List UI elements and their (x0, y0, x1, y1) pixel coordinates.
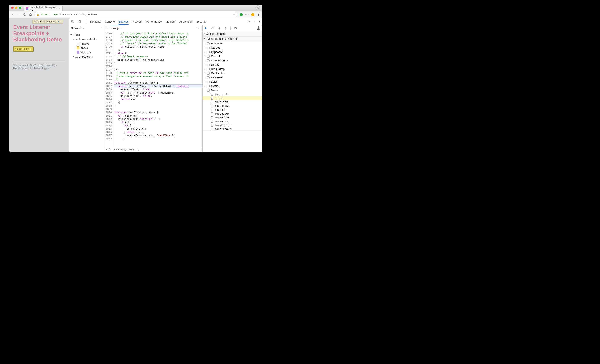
tab-performance[interactable]: Performance (146, 20, 162, 23)
pretty-print-icon[interactable]: { } (106, 148, 111, 151)
breakpoint-category[interactable]: Clipboard (203, 50, 262, 54)
expand-icon[interactable] (205, 55, 206, 57)
event-checkbox[interactable] (211, 105, 213, 107)
breakpoint-category[interactable]: Geolocation (203, 71, 262, 75)
device-toolbar-icon[interactable] (78, 20, 82, 23)
global-listeners-section[interactable]: Global Listeners (203, 31, 262, 36)
breakpoint-category[interactable]: Media (203, 84, 262, 88)
breakpoint-event[interactable]: mousedown (203, 104, 262, 108)
event-checkbox[interactable] (211, 116, 213, 119)
breakpoint-event[interactable]: mouseover (203, 112, 262, 116)
tab-console[interactable]: Console (105, 20, 115, 23)
expand-icon[interactable] (205, 64, 206, 65)
pause-exceptions-button[interactable]: ❚❚ (257, 27, 260, 30)
expand-icon[interactable] (205, 51, 206, 53)
expand-icon[interactable] (204, 90, 206, 91)
breakpoint-category[interactable]: Animation (203, 41, 262, 46)
browser-menu-button[interactable]: ⋮ (257, 13, 260, 16)
expand-icon[interactable] (73, 39, 74, 40)
toggle-navigator-icon[interactable] (104, 27, 110, 30)
expand-icon[interactable] (205, 77, 206, 78)
tree-item-stylecss[interactable]: style.css (70, 50, 103, 54)
section-header[interactable]: Event Listener Breakpoints (203, 36, 262, 41)
extension-icon[interactable] (251, 13, 254, 16)
tab-sources[interactable]: Sources (119, 20, 129, 25)
profile-avatar-icon[interactable] (255, 5, 260, 10)
tree-item-index[interactable]: (index) (70, 42, 103, 46)
category-checkbox[interactable] (207, 64, 209, 66)
breakpoint-event[interactable]: mouseenter (203, 123, 262, 127)
breakpoint-category[interactable]: Mouse (203, 88, 262, 92)
breakpoint-category[interactable]: Control (203, 54, 262, 58)
expand-icon[interactable] (204, 38, 205, 39)
category-checkbox[interactable] (207, 42, 209, 45)
category-checkbox[interactable] (207, 76, 209, 79)
category-checkbox[interactable] (207, 59, 209, 62)
breakpoint-category[interactable]: Device (203, 63, 262, 67)
breakpoint-category[interactable]: Drag / drop (203, 67, 262, 71)
event-checkbox[interactable] (211, 109, 213, 111)
breakpoint-category[interactable]: Load (203, 80, 262, 84)
expand-icon[interactable] (205, 73, 206, 74)
category-checkbox[interactable] (207, 51, 209, 53)
devtools-close-icon[interactable]: ✕ (258, 20, 261, 23)
resume-button[interactable] (205, 27, 208, 30)
breakpoint-category[interactable]: Canvas (203, 46, 262, 50)
inspect-element-icon[interactable] (71, 20, 75, 23)
expand-icon[interactable] (205, 81, 206, 82)
tab-application[interactable]: Application (179, 20, 193, 23)
toggle-debug-panel-icon[interactable] (197, 27, 202, 30)
event-checkbox[interactable] (211, 101, 213, 103)
breakpoint-event[interactable]: dblclick (203, 100, 262, 104)
tab-network[interactable]: Network (132, 20, 142, 23)
maximize-window-button[interactable] (19, 7, 21, 9)
category-checkbox[interactable] (207, 81, 209, 83)
event-checkbox[interactable] (211, 93, 213, 96)
step-into-button[interactable] (218, 27, 221, 30)
tree-item-top[interactable]: top (70, 33, 103, 37)
breakpoint-event[interactable]: click (203, 96, 262, 100)
event-checkbox[interactable] (211, 128, 213, 130)
event-checkbox[interactable] (211, 112, 213, 115)
step-out-button[interactable] (224, 27, 227, 30)
bookmark-star-icon[interactable]: ☆ (233, 13, 235, 16)
tree-item-unpkg[interactable]: unpkg.com (70, 54, 103, 59)
expand-icon[interactable] (70, 34, 72, 35)
reload-button[interactable] (23, 13, 26, 16)
event-checkbox[interactable] (211, 124, 213, 127)
breakpoint-event[interactable]: auxclick (203, 92, 262, 96)
category-checkbox[interactable] (207, 46, 209, 49)
expand-icon[interactable] (205, 68, 206, 70)
breakpoint-category[interactable]: Keyboard (203, 75, 262, 80)
tabs-overflow-icon[interactable]: » (248, 20, 250, 23)
navigator-tabs-overflow-icon[interactable]: » (83, 27, 84, 29)
back-button[interactable] (11, 13, 15, 16)
category-checkbox[interactable] (207, 68, 209, 70)
event-checkbox[interactable] (211, 120, 213, 123)
category-checkbox[interactable] (207, 55, 209, 58)
devtools-menu-icon[interactable]: ⋮ (253, 20, 255, 23)
navigator-tab-network[interactable]: Network (71, 27, 81, 30)
expand-icon[interactable] (205, 85, 206, 87)
minimize-window-button[interactable] (15, 7, 17, 9)
browser-tab[interactable]: Event Listener Breakpoints + B × (24, 6, 63, 11)
navigator-menu-icon[interactable]: ⋮ (100, 27, 103, 29)
expand-icon[interactable] (73, 56, 74, 57)
category-checkbox[interactable] (207, 85, 209, 87)
tab-security[interactable]: Security (197, 20, 206, 23)
file-tab-vuejs[interactable]: vue.js × (110, 25, 124, 31)
address-bar[interactable]: 🔒 Secure | https://framework-blackboxing… (34, 12, 237, 17)
breakpoint-category[interactable]: DOM Mutation (203, 58, 262, 63)
tab-memory[interactable]: Memory (166, 20, 176, 23)
tab-close-icon[interactable]: × (59, 7, 60, 10)
code-area[interactable]: 1786178717881789179017911792179317941795… (104, 31, 202, 147)
event-checkbox[interactable] (211, 97, 213, 100)
breakpoint-event[interactable]: mouseout (203, 119, 262, 123)
deactivate-breakpoints-button[interactable] (234, 27, 238, 29)
expand-icon[interactable] (205, 60, 206, 61)
extension-overflow-icon[interactable]: ••• (245, 13, 249, 16)
step-over-button[interactable] (211, 27, 215, 29)
extension-icon[interactable] (240, 13, 243, 16)
breakpoint-event[interactable]: mouseup (203, 108, 262, 112)
forward-button[interactable] (17, 13, 20, 16)
